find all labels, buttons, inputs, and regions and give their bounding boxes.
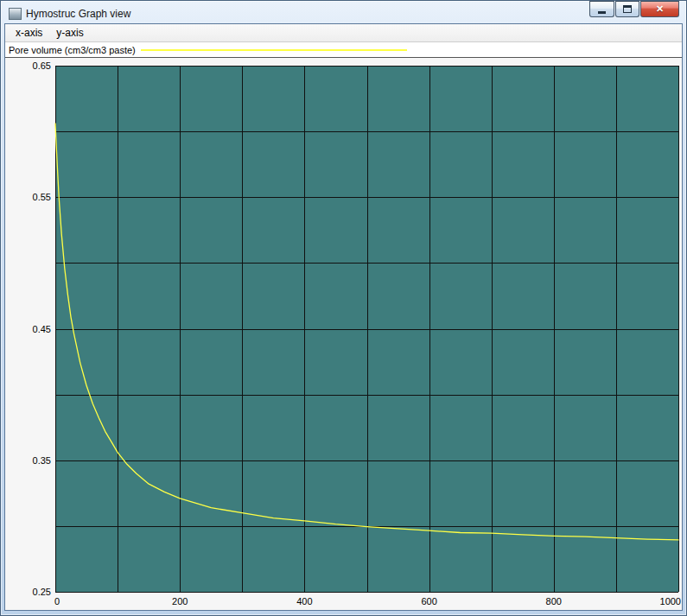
svg-text:0.45: 0.45 [33,324,51,334]
close-icon: ✕ [656,4,664,14]
svg-text:400: 400 [296,596,312,606]
menu-x-axis[interactable]: x-axis [9,25,49,41]
close-button[interactable]: ✕ [640,1,679,17]
maximize-button[interactable] [615,1,639,17]
window-body: x-axis y-axis Pore volume (cm3/cm3 paste… [4,23,683,611]
minimize-icon [598,11,606,14]
maximize-icon [623,5,632,13]
svg-text:0.35: 0.35 [33,455,51,466]
window-title: Hymostruc Graph view [26,8,130,20]
window-controls: ✕ [588,1,679,17]
legend-label: Pore volume (cm3/cm3 paste) [9,45,136,55]
svg-text:600: 600 [421,596,436,606]
app-icon [9,8,22,20]
svg-text:0.25: 0.25 [33,587,51,597]
svg-text:0.55: 0.55 [33,192,51,202]
menubar: x-axis y-axis [5,24,682,42]
chart-svg: 020040060080010000.650.550.450.350.25 [5,58,682,610]
svg-text:800: 800 [546,596,562,606]
svg-text:200: 200 [172,596,188,606]
menu-y-axis[interactable]: y-axis [49,25,90,41]
legend: Pore volume (cm3/cm3 paste) [5,42,682,58]
svg-text:0: 0 [54,596,60,606]
svg-text:0.65: 0.65 [33,60,51,71]
app-window: Hymostruc Graph view ✕ x-axis y-axis Por… [0,0,687,616]
legend-line-swatch [141,49,407,51]
titlebar[interactable]: Hymostruc Graph view ✕ [4,1,683,23]
svg-text:1000: 1000 [660,596,681,606]
minimize-button[interactable] [589,1,614,17]
chart-area: 020040060080010000.650.550.450.350.25 [5,58,682,610]
